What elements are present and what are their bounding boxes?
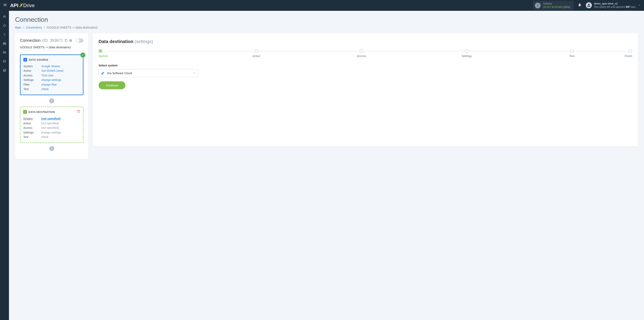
menu-toggle-icon[interactable]	[3, 3, 7, 8]
select-system-label: Select system	[98, 64, 632, 67]
step-dot	[570, 49, 574, 53]
selected-system: Jira Software Cloud	[107, 72, 191, 75]
row-value: change settings	[41, 130, 61, 135]
step-dot	[254, 49, 258, 53]
row-label: Settings	[23, 130, 41, 135]
source-title: DATA SOURCE	[29, 58, 48, 61]
block-row: Settingschange settings	[23, 130, 80, 135]
step-finish[interactable]: Finish	[625, 49, 632, 58]
step-access[interactable]: Access	[309, 49, 414, 58]
row-value: (not specified)	[41, 121, 59, 126]
add-destination-button[interactable]: +	[49, 146, 54, 151]
step-label: Action	[252, 55, 260, 58]
row-label: Test	[24, 87, 41, 91]
sidebar-help-icon[interactable]	[2, 68, 6, 72]
actions-total: 50'000	[554, 6, 562, 9]
row-value[interactable]: Google Sheets	[41, 64, 60, 69]
conn-title: Connection	[20, 38, 40, 43]
step-label: Settings	[462, 55, 472, 58]
row-value[interactable]: Tina User	[41, 73, 54, 78]
actions-of: of	[552, 6, 554, 9]
user-plan: Plan |Start| left until payment 347 days	[594, 6, 636, 9]
svg-marker-0	[103, 72, 104, 73]
gear-icon[interactable]	[69, 39, 72, 42]
sidebar-connections-icon[interactable]	[2, 24, 6, 28]
block-row: Testcheck	[24, 87, 80, 91]
jira-icon	[101, 71, 105, 75]
row-value[interactable]: check	[41, 87, 49, 91]
add-source-button[interactable]: +	[49, 98, 54, 103]
row-value[interactable]: change filter	[41, 82, 57, 87]
source-num: 1	[24, 58, 27, 62]
chevron-down-icon[interactable]	[638, 4, 641, 8]
sidebar-briefcase-icon[interactable]	[2, 41, 6, 46]
logo-drive: Drive	[23, 3, 34, 8]
row-label: Access	[24, 73, 41, 78]
row-label: Action	[23, 121, 41, 126]
logo-api: API	[10, 3, 18, 8]
row-value[interactable]: Get ROWS (new)	[41, 69, 64, 73]
sidebar-dollar-icon[interactable]	[2, 33, 6, 37]
row-label: Test	[23, 135, 41, 139]
sidebar	[0, 11, 9, 164]
block-row: SystemGoogle Sheets	[24, 64, 80, 69]
right-title: Data destination (settings)	[98, 39, 632, 44]
actions-count: 25'167	[543, 6, 551, 9]
info-icon: i	[535, 3, 540, 8]
page-title: Connection	[15, 16, 638, 24]
dest-title: DATA DESTINATION	[28, 111, 55, 114]
block-row: Access(not specified)	[23, 126, 80, 130]
sidebar-user-icon[interactable]	[2, 59, 6, 63]
conn-id: (ID: 39367)	[42, 38, 62, 43]
bell-icon[interactable]	[578, 3, 582, 8]
step-action[interactable]: Action	[204, 49, 309, 58]
step-settings[interactable]: Settings	[414, 49, 520, 58]
check-icon: ✓	[80, 53, 85, 58]
trash-icon[interactable]	[77, 110, 80, 114]
dest-num: 2	[23, 110, 27, 114]
row-label: System	[23, 116, 41, 121]
row-label: Settings	[24, 78, 41, 82]
breadcrumb-connections[interactable]: Connections	[26, 26, 42, 29]
step-label: Finish	[625, 55, 632, 58]
user-text: demo_apix-drive_s2 Plan |Start| left unt…	[594, 2, 636, 9]
step-label: Access	[357, 55, 366, 58]
conn-name[interactable]: GOOGLE SHEETS -> (data destination)	[20, 46, 84, 51]
sidebar-youtube-icon[interactable]	[2, 50, 6, 55]
step-dot	[360, 49, 364, 53]
block-row: Settingschange settings	[24, 78, 80, 82]
row-label: Action	[24, 69, 41, 73]
row-value: (not specified)	[41, 126, 59, 130]
user-menu[interactable]: demo_apix-drive_s2 Plan |Start| left unt…	[586, 2, 636, 9]
stepper: SystemActionAccessSettingsTestFinish	[98, 49, 632, 58]
actions-widget[interactable]: i Actions: 25'167 of 50'000 (50%)	[533, 1, 574, 10]
step-system[interactable]: System	[98, 49, 204, 58]
destination-settings-panel: Data destination (settings) SystemAction…	[93, 33, 638, 146]
data-destination-block[interactable]: 2 DATA DESTINATION System(not specified)…	[20, 107, 84, 143]
block-row: System(not specified)	[23, 116, 80, 121]
block-row: Action(not specified)	[23, 121, 80, 126]
block-row: Filterchange filter	[24, 82, 80, 87]
copy-icon[interactable]	[64, 39, 68, 42]
row-value[interactable]: change settings	[41, 78, 61, 82]
data-source-block[interactable]: ✓ 1 DATA SOURCE SystemGoogle SheetsActio…	[20, 55, 84, 95]
system-select[interactable]: Jira Software Cloud	[98, 69, 198, 77]
breadcrumb-current: GOOGLE SHEETS -> (data destination)	[47, 26, 98, 29]
row-value[interactable]: (not specified)	[41, 116, 61, 121]
logo-x: ✗	[19, 3, 23, 8]
block-row: ActionGet ROWS (new)	[24, 69, 80, 73]
row-label: Filter	[24, 82, 41, 87]
breadcrumb-main[interactable]: Main	[15, 26, 21, 29]
sidebar-home-icon[interactable]	[2, 15, 6, 19]
continue-button[interactable]: Continue	[98, 81, 126, 89]
row-label: Access	[23, 126, 41, 130]
actions-label: Actions:	[543, 2, 570, 6]
logo[interactable]: API✗Drive	[10, 3, 34, 8]
actions-pct: (50%)	[563, 6, 570, 9]
step-dot	[465, 49, 469, 53]
block-row: Testcheck	[23, 135, 80, 139]
step-dot	[98, 49, 102, 53]
connection-toggle[interactable]	[76, 39, 84, 43]
user-avatar-icon	[586, 2, 592, 8]
step-test[interactable]: Test	[520, 49, 625, 58]
